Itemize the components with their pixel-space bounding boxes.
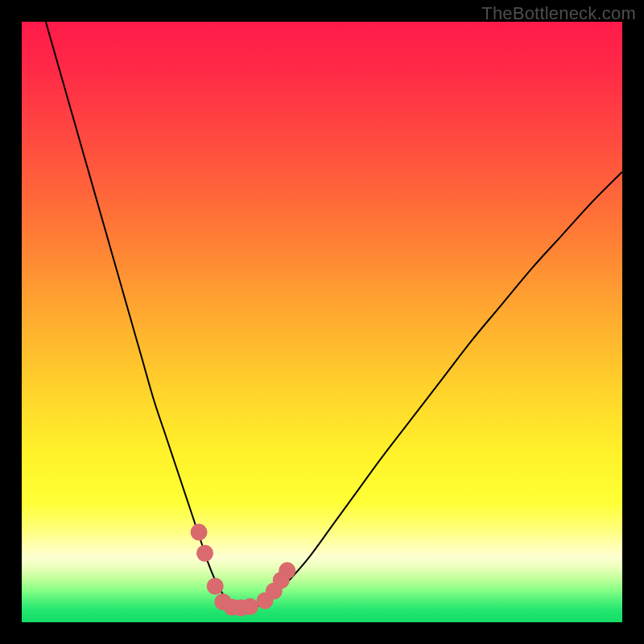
data-marker: [191, 524, 208, 541]
data-marker: [196, 545, 213, 562]
data-marker: [279, 562, 295, 579]
chart-frame: TheBottleneck.com: [0, 0, 644, 644]
data-markers: [191, 524, 296, 617]
data-marker: [207, 578, 224, 595]
curve-layer: [22, 22, 622, 622]
data-marker: [242, 598, 258, 615]
bottleneck-curve: [46, 22, 622, 609]
watermark-text: TheBottleneck.com: [481, 3, 636, 24]
plot-area: [22, 22, 622, 622]
